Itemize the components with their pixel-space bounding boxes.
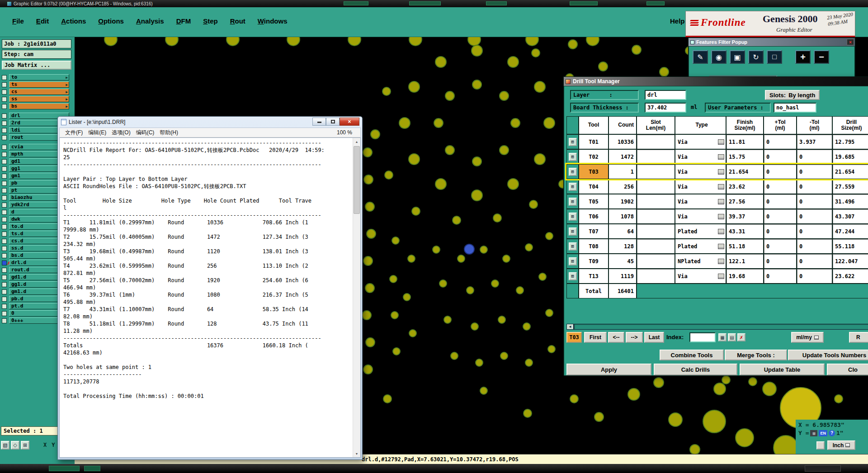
report-icon[interactable]: ▤	[728, 333, 736, 341]
tool-type[interactable]: Plated	[675, 239, 726, 254]
layer-checkbox[interactable]	[2, 90, 7, 95]
slot-len-field[interactable]	[637, 179, 675, 194]
zoom-in-icon[interactable]: +	[795, 50, 811, 64]
tool-edit-icon[interactable]: ⊞	[569, 257, 577, 265]
layer-checkbox[interactable]	[2, 253, 7, 258]
r-button-cut[interactable]: R	[849, 332, 868, 343]
index-input[interactable]	[689, 332, 716, 342]
menu-file[interactable]: File	[12, 17, 24, 25]
minus-tol-field[interactable]: 0	[797, 224, 832, 239]
tool-id[interactable]: T09	[579, 254, 609, 269]
drill-size-field[interactable]: 122.047	[832, 254, 868, 269]
minus-tol-field[interactable]: 0	[797, 209, 832, 224]
layer-checkbox[interactable]	[2, 275, 7, 280]
lister-menu-item[interactable]: 帮助(H)	[160, 129, 178, 136]
scroll-thumb[interactable]	[354, 146, 360, 214]
plus-tol-field[interactable]: 0	[764, 179, 797, 194]
menu-dfm[interactable]: DFM	[176, 17, 191, 25]
scroll-left-icon[interactable]: ◄	[566, 324, 574, 330]
grid-tool-icon[interactable]: ⊞	[21, 441, 29, 449]
zoom-out-icon[interactable]: −	[814, 50, 829, 64]
tool-edit-icon[interactable]: ⊞	[569, 213, 577, 221]
slot-len-field[interactable]	[637, 269, 675, 284]
rotate-icon[interactable]: ↻	[748, 50, 764, 64]
layer-checkbox[interactable]	[2, 239, 7, 244]
tool-type[interactable]: Via	[675, 149, 726, 164]
layer-checkbox[interactable]	[2, 97, 7, 102]
tool-edit-icon[interactable]: ⊞	[569, 242, 577, 251]
layer-row-ts[interactable]: ts▶	[0, 81, 75, 88]
plus-tol-field[interactable]: 0	[764, 254, 797, 269]
drill-size-field[interactable]: 12.795	[832, 134, 868, 149]
lister-menu-item[interactable]: 编码(C)	[136, 129, 155, 136]
menu-windows[interactable]: Windows	[258, 17, 288, 25]
layer-name[interactable]: cs▶	[9, 89, 69, 95]
layer-checkbox[interactable]	[2, 318, 7, 323]
layer-row-ss[interactable]: ss▶	[0, 95, 75, 103]
menu-rout[interactable]: Rout	[230, 17, 245, 25]
plus-tol-field[interactable]: 0	[764, 134, 797, 149]
menu-analysis[interactable]: Analysis	[136, 17, 164, 25]
tool-id[interactable]: T07	[579, 224, 609, 239]
layer-checkbox[interactable]	[2, 297, 7, 302]
maximize-icon[interactable]	[326, 118, 340, 126]
menu-help[interactable]: Help	[670, 17, 685, 25]
tool-edit-icon[interactable]: ⊞	[569, 198, 577, 206]
layer-checkbox[interactable]	[2, 246, 7, 251]
taskbar-item[interactable]	[84, 466, 100, 471]
lister-scrollbar[interactable]: ▲ ▼	[353, 138, 360, 457]
scroll-down-icon[interactable]: ▼	[353, 450, 360, 457]
finish-size-field[interactable]: 15.75	[726, 149, 764, 164]
keyboard-icon[interactable]: ▤	[810, 430, 817, 436]
menu-step[interactable]: Step	[203, 17, 218, 25]
scroll-up-icon[interactable]: ▲	[353, 138, 360, 145]
tool-id[interactable]: T02	[579, 149, 609, 164]
type-dropdown-icon[interactable]	[718, 274, 724, 279]
tool-edit-icon[interactable]: ⊞	[569, 183, 577, 191]
lister-menu-item[interactable]: 编辑(E)	[88, 129, 106, 136]
slot-len-field[interactable]	[637, 194, 675, 209]
tool-id[interactable]: T01	[579, 134, 609, 149]
tool-type[interactable]: Via	[675, 209, 726, 224]
layer-checkbox[interactable]	[2, 152, 7, 157]
plus-tol-field[interactable]: 0	[764, 269, 797, 284]
layer-checkbox[interactable]	[2, 311, 7, 316]
profile-tool-icon[interactable]: ▧	[1, 441, 9, 449]
type-dropdown-icon[interactable]	[718, 199, 724, 204]
minus-tol-field[interactable]: 0	[797, 194, 832, 209]
tool-type[interactable]: Plated	[675, 224, 726, 239]
layer-checkbox[interactable]	[2, 195, 7, 200]
layer-checkbox[interactable]	[2, 114, 7, 118]
layer-checkbox[interactable]	[2, 289, 7, 294]
close-icon[interactable]: ×	[340, 118, 359, 126]
finish-size-field[interactable]: 27.56	[726, 194, 764, 209]
minus-tol-field[interactable]: 0	[797, 254, 832, 269]
delete-icon[interactable]: ✗	[737, 333, 745, 341]
drill-size-field[interactable]: 31.496	[832, 194, 868, 209]
layer-checkbox[interactable]	[2, 145, 7, 150]
scroll-track[interactable]	[574, 324, 868, 330]
menu-actions[interactable]: Actions	[61, 17, 86, 25]
type-dropdown-icon[interactable]	[718, 169, 724, 175]
drill-size-field[interactable]: 27.559	[832, 179, 868, 194]
lister-titlebar[interactable]: Lister - [e:\input\1.DRR] ×	[59, 117, 361, 128]
type-dropdown-icon[interactable]	[718, 184, 724, 189]
layer-checkbox[interactable]	[2, 203, 7, 208]
finish-size-field[interactable]: 21.654	[726, 164, 764, 179]
job-matrix-button[interactable]: Job Matrix ...	[2, 61, 71, 70]
tool-edit-icon[interactable]: ⊞	[569, 272, 577, 280]
type-dropdown-icon[interactable]	[718, 154, 724, 160]
board-thickness-field[interactable]: 37.402	[645, 103, 686, 113]
filter-popup-close-icon[interactable]: ×	[847, 39, 854, 45]
layer-checkbox[interactable]	[2, 128, 7, 133]
drill-size-field[interactable]: 43.307	[832, 209, 868, 224]
layer-checkbox[interactable]	[2, 135, 7, 140]
layer-row-bs[interactable]: bs▶	[0, 103, 75, 110]
finish-size-field[interactable]: 122.1	[726, 254, 764, 269]
layer-checkbox[interactable]	[2, 75, 7, 80]
merge-tools-button[interactable]: Merge Tools :	[725, 350, 787, 360]
tool-id[interactable]: T05	[579, 194, 609, 209]
units-aux-button[interactable]	[816, 441, 825, 449]
frame-icon[interactable]: □	[767, 50, 782, 64]
layer-checkbox[interactable]	[2, 224, 7, 229]
